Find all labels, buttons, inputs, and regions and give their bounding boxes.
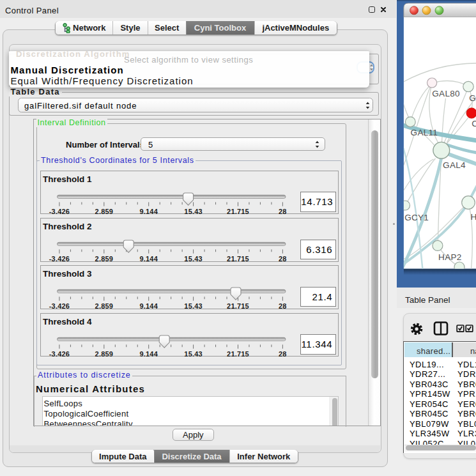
svg-text:2.859: 2.859: [95, 302, 113, 309]
svg-text:15.43: 15.43: [184, 350, 203, 357]
svg-text:9.144: 9.144: [139, 207, 158, 214]
svg-text:GAL80: GAL80: [432, 89, 460, 98]
svg-text:15.43: 15.43: [184, 207, 203, 214]
svg-text:GAL4: GAL4: [443, 160, 466, 170]
svg-text:21.715: 21.715: [227, 350, 249, 357]
svg-text:2.859: 2.859: [95, 207, 113, 214]
svg-text:9.144: 9.144: [139, 350, 158, 357]
svg-text:GA: GA: [469, 93, 476, 103]
svg-text:28: 28: [279, 255, 287, 262]
svg-text:-3.426: -3.426: [49, 350, 70, 357]
svg-text:2.859: 2.859: [95, 350, 113, 357]
svg-text:15.43: 15.43: [184, 255, 203, 262]
svg-text:GAL11: GAL11: [410, 128, 438, 137]
svg-text:21.715: 21.715: [227, 302, 249, 309]
svg-text:-3.426: -3.426: [49, 302, 70, 309]
svg-text:GCY1: GCY1: [404, 213, 429, 222]
svg-text:C: C: [472, 119, 476, 128]
svg-text:28: 28: [279, 350, 287, 357]
svg-text:H: H: [470, 212, 476, 222]
svg-text:-3.426: -3.426: [49, 255, 70, 262]
svg-text:28: 28: [279, 207, 287, 214]
svg-text:21.715: 21.715: [227, 207, 249, 214]
svg-text:15.43: 15.43: [184, 302, 203, 309]
svg-text:-3.426: -3.426: [49, 207, 70, 214]
svg-text:28: 28: [279, 302, 287, 309]
svg-text:21.715: 21.715: [227, 255, 249, 262]
svg-text:2.859: 2.859: [95, 255, 113, 262]
svg-text:HAP2: HAP2: [438, 252, 461, 262]
svg-text:9.144: 9.144: [139, 302, 158, 309]
svg-text:9.144: 9.144: [139, 255, 158, 262]
